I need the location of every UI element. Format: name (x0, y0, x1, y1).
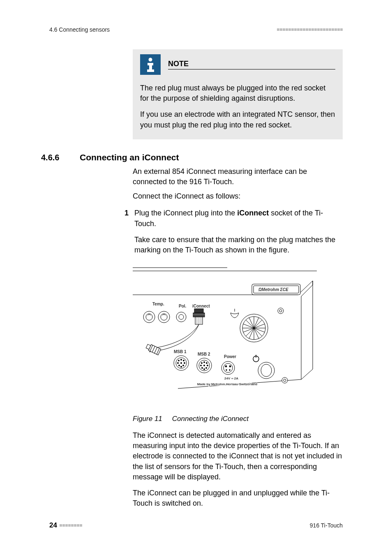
svg-point-53 (183, 365, 184, 366)
footer-left: 24 (49, 521, 82, 530)
brand-label: ΩMetrohm ΣCE (258, 287, 288, 292)
after-figure-text: The iConnect is detected automatically a… (133, 430, 343, 509)
figure-caption: Figure 11Connecting the iConnect (133, 415, 317, 423)
step-number: 1 (121, 208, 129, 261)
svg-point-63 (202, 368, 203, 369)
figure: ΩMetrohm ΣCE Temp. Pol. iConnect (133, 264, 317, 423)
svg-point-69 (229, 365, 231, 367)
step-line-1: Plug the iConnect plug into the iConnect… (134, 208, 343, 229)
svg-point-65 (204, 369, 205, 370)
svg-point-48 (183, 360, 184, 361)
intro-paragraph-1: An external 854 iConnect measuring inter… (133, 166, 343, 187)
page-header: 4.6 Connecting sensors (49, 26, 343, 33)
volt-label: 24V ⎓ 2A (224, 377, 238, 380)
svg-point-70 (226, 370, 227, 371)
svg-point-68 (225, 365, 227, 367)
step-1: 1 Plug the iConnect plug into the iConne… (121, 208, 343, 261)
page-number: 24 (49, 521, 57, 530)
page-footer: 24 916 Ti-Touch (49, 521, 343, 530)
temp-label: Temp. (152, 302, 164, 306)
after-paragraph-2: The iConnect can be plugged in and unplu… (133, 488, 343, 509)
footer-decoration (60, 524, 82, 527)
svg-point-59 (206, 363, 208, 364)
svg-point-17 (179, 314, 184, 319)
figure-illustration: ΩMetrohm ΣCE Temp. Pol. iConnect (133, 264, 317, 408)
svg-point-61 (204, 365, 205, 366)
header-decoration (277, 28, 343, 31)
svg-point-46 (178, 360, 180, 361)
svg-point-60 (201, 365, 202, 366)
section-heading: 4.6.6 Connecting an iConnect (49, 153, 343, 162)
svg-point-57 (201, 363, 203, 364)
section-title: Connecting an iConnect (80, 153, 179, 162)
section-number: 4.6.6 (41, 153, 66, 162)
content: NOTE The red plug must always be plugged… (49, 49, 343, 514)
svg-point-77 (284, 379, 286, 382)
step-line-2: Take care to ensure that the marking on … (134, 235, 343, 255)
svg-rect-18 (194, 309, 203, 313)
msb2-label: MSB 2 (198, 352, 210, 356)
info-icon (140, 54, 161, 75)
header-section-ref: 4.6 Connecting sensors (49, 26, 110, 33)
svg-point-51 (184, 363, 185, 364)
step-body: Plug the iConnect plug into the iConnect… (134, 208, 343, 261)
after-paragraph-1: The iConnect is detected automatically a… (133, 430, 343, 482)
figure-caption-text: Connecting the iConnect (172, 415, 249, 423)
svg-point-50 (181, 363, 182, 364)
pol-label: Pol. (179, 304, 187, 308)
svg-rect-4 (147, 69, 154, 72)
msb1-label: MSB 1 (174, 349, 187, 354)
note-title: NOTE (168, 60, 335, 69)
svg-point-71 (229, 370, 231, 371)
svg-point-58 (204, 362, 205, 363)
svg-point-47 (181, 359, 182, 361)
note-box: NOTE The red plug must always be plugged… (133, 49, 343, 139)
svg-rect-3 (149, 63, 152, 70)
note-body: The red plug must always be plugged into… (140, 83, 335, 130)
svg-point-43 (279, 310, 282, 312)
svg-point-1 (149, 58, 152, 62)
svg-rect-19 (193, 313, 205, 317)
made-label: Made by Metrohm Herisau Switzerland (197, 382, 257, 386)
svg-point-75 (261, 364, 272, 377)
intro-paragraph-2: Connect the iConnect as follows: (133, 191, 343, 201)
note-header: NOTE (140, 54, 335, 75)
figure-caption-label: Figure 11 (133, 415, 162, 423)
footer-product: 916 Ti-Touch (310, 522, 343, 529)
power-label: Power (224, 354, 236, 359)
note-paragraph-2: If you use an electrode with an integrat… (140, 109, 335, 130)
note-paragraph-1: The red plug must always be plugged into… (140, 83, 335, 104)
iconnect-label: iConnect (192, 304, 210, 308)
svg-point-54 (181, 366, 182, 368)
svg-point-52 (179, 365, 180, 366)
svg-point-67 (224, 363, 233, 372)
svg-point-49 (178, 363, 179, 364)
page: 4.6 Connecting sensors NOTE The red (0, 0, 392, 555)
svg-point-62 (207, 365, 208, 366)
section-intro: An external 854 iConnect measuring inter… (133, 166, 343, 202)
svg-point-64 (206, 368, 207, 369)
